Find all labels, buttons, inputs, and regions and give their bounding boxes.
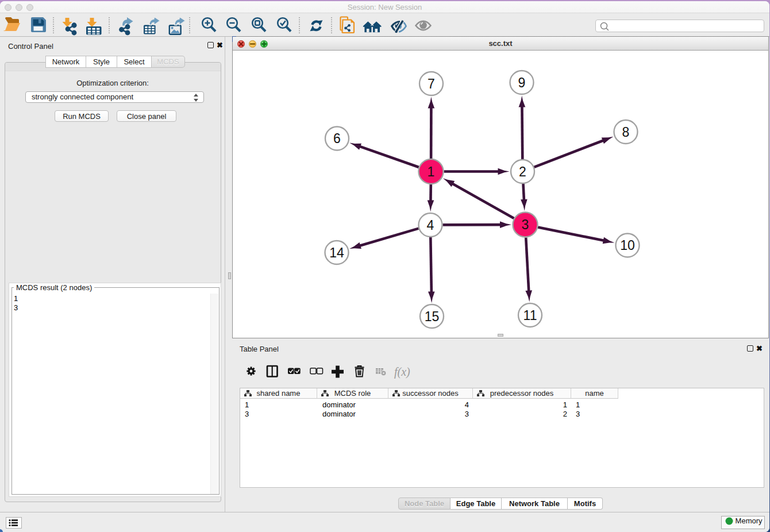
svg-text:9: 9 <box>518 75 526 90</box>
svg-text:10: 10 <box>620 238 635 253</box>
svg-text:3: 3 <box>522 217 529 232</box>
svg-text:14: 14 <box>329 245 344 260</box>
svg-text:7: 7 <box>428 76 435 91</box>
svg-text:11: 11 <box>523 308 537 323</box>
svg-text:8: 8 <box>622 125 630 140</box>
svg-text:4: 4 <box>427 218 434 233</box>
svg-text:1: 1 <box>428 164 435 179</box>
svg-text:15: 15 <box>425 309 440 324</box>
svg-text:2: 2 <box>519 164 526 179</box>
svg-text:6: 6 <box>333 131 341 146</box>
svg-text:f(x): f(x) <box>394 365 410 379</box>
